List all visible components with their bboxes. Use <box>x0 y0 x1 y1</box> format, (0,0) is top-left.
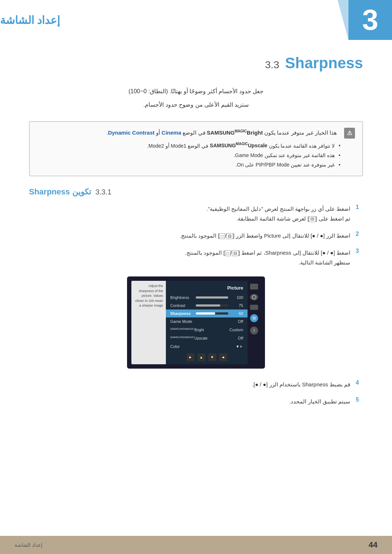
step-number-5: 5 <box>356 397 363 403</box>
control-up[interactable]: ▲ <box>197 353 205 361</box>
steps-block: 1 اضغط على أي زر بواجهة المنتج لعرض "دلي… <box>29 204 363 267</box>
magicbright-value: Custom <box>229 328 243 332</box>
magicupscale-label: SAMSUNGMAGICUpscale <box>170 336 230 340</box>
step-text-4: قم بضبط Sharpness باستخدام الزر [● / ●]. <box>29 379 350 389</box>
step-number-2: 2 <box>356 231 363 237</box>
section-title: 3.3 Sharpness <box>29 54 363 72</box>
brightness-bar <box>196 296 228 299</box>
menu-row-gamemode: Game Mode Off <box>166 317 248 325</box>
sidebar-icon-gear: ⚙ <box>250 314 258 322</box>
sidebar-icon-2 <box>250 294 258 300</box>
step-number-4: 4 <box>356 379 363 386</box>
menu-row-magicupscale: SAMSUNGMAGICUpscale Off <box>166 334 248 342</box>
menu-row-magicbright: SAMSUNGMAGICBright Custom <box>166 325 248 334</box>
sharpness-label: Sharpness <box>170 311 196 316</box>
menu-row-color: Color ▼ ► <box>166 342 248 350</box>
step-text-3: اضغط [● / ●] للانتقال إلى Sharpness، ثم … <box>29 248 350 267</box>
sub-section-title: 3.3.1 تكوين Sharpness <box>29 187 363 197</box>
sharpness-bar-fill <box>196 312 215 315</box>
screen-outer: ⚙ i Picture Brightness 100 <box>127 276 265 369</box>
contrast-label: Contrast <box>170 303 196 308</box>
chapter-block: 3 <box>348 0 392 40</box>
screen-info: Adjust the sharpness of the picture. Val… <box>131 281 166 364</box>
note-main-item: ⚠ هذا الخيار غير متوفر عندما يكون SAMSUN… <box>37 128 355 139</box>
step-1: 1 اضغط على أي زر بواجهة المنتج لعرض "دلي… <box>29 204 363 223</box>
sub-section-number: 3.3.1 <box>95 188 111 196</box>
screen-menu: Picture Brightness 100 Contrast <box>166 281 248 364</box>
screen-sidebar: ⚙ i <box>248 281 261 364</box>
step-4: 4 قم بضبط Sharpness باستخدام الزر [● / ●… <box>29 379 363 389</box>
chapter-title: إعداد الشاشة <box>0 14 60 26</box>
contrast-bar <box>196 304 228 307</box>
page-header: إعداد الشاشة 3 <box>0 0 392 40</box>
step-5: 5 سيتم تطبيق الخيار المحدد. <box>29 397 363 406</box>
control-down[interactable]: ▼ <box>208 353 216 361</box>
step-number-3: 3 <box>356 248 363 254</box>
screen-inner: ⚙ i Picture Brightness 100 <box>131 281 261 364</box>
step-2: 2 اضغط الزر [● / ●] للانتقال إلى Picture… <box>29 231 363 241</box>
contrast-bar-fill <box>196 304 220 307</box>
menu-header: Picture <box>166 284 248 294</box>
desc-line2: ستزيد القيم الأعلى من وضوح حدود الأجسام. <box>29 100 363 110</box>
main-content: 3.3 Sharpness جعل حدود الأجسام أكثر وضوح… <box>0 40 392 443</box>
color-arrow: ▼ <box>227 344 240 349</box>
chapter-number: 3 <box>362 5 379 34</box>
sub-section-name-ar: تكوين Sharpness <box>29 187 91 197</box>
step-text-1: اضغط على أي زر بواجهة المنتج لعرض "دليل … <box>29 204 350 223</box>
screen-controls: ◄ ▼ ▲ ► <box>166 353 248 361</box>
brightness-label: Brightness <box>170 295 196 300</box>
section-name: Sharpness <box>285 54 363 72</box>
footer-label: إعداد الشاشة <box>15 542 42 548</box>
step-3: 3 اضغط [● / ●] للانتقال إلى Sharpness، ث… <box>29 248 363 267</box>
page-footer: 44 إعداد الشاشة <box>0 536 392 554</box>
step-number-1: 1 <box>356 204 363 210</box>
magicupscale-value: Off <box>230 336 243 340</box>
screen-info-text: Adjust the sharpness of the picture. Val… <box>134 284 163 308</box>
step-text-2: اضغط الزر [● / ●] للانتقال إلى Picture و… <box>29 231 350 241</box>
sidebar-icon-3 <box>250 305 258 310</box>
sidebar-icon-1 <box>250 284 258 290</box>
note-sub-item-3: غير متوفرة عند تعيين PIP/PBP Mode على On… <box>37 160 340 170</box>
desc-line1: جعل حدود الأجسام أكثر وضوحًا أو بهتانًا.… <box>29 86 363 97</box>
note-main-text: هذا الخيار غير متوفر عندما يكون SAMSUNGM… <box>106 128 337 138</box>
gamemode-value: Off <box>230 319 243 324</box>
menu-row-brightness: Brightness 100 <box>166 294 248 301</box>
control-left[interactable]: ◄ <box>219 353 227 361</box>
note-sub-item-1: لا تتوافر هذه القائمة عندما يكون SAMSUNG… <box>37 141 340 151</box>
color-right-arrow: ► <box>240 344 243 348</box>
steps-block-2: 4 قم بضبط Sharpness باستخدام الزر [● / ●… <box>29 379 363 406</box>
brightness-bar-fill <box>196 296 228 299</box>
magicbright-label: SAMSUNGMAGICBright <box>170 327 229 332</box>
sharpness-value: 60 <box>230 311 243 316</box>
menu-row-sharpness: Sharpness 60 <box>166 309 248 317</box>
note-sub-item-2: هذه القائمة غير متوفرة عند تمكين Game Mo… <box>37 151 340 160</box>
color-label: Color <box>170 344 227 349</box>
brightness-value: 100 <box>230 295 243 300</box>
note-icon: ⚠ <box>344 128 355 139</box>
footer-page-number: 44 <box>369 540 377 550</box>
contrast-value: 75 <box>230 303 243 308</box>
note-sub-items: لا تتوافر هذه القائمة عندما يكون SAMSUNG… <box>37 141 355 170</box>
gamemode-label: Game Mode <box>170 319 230 324</box>
sharpness-bar <box>196 312 228 315</box>
note-block: ⚠ هذا الخيار غير متوفر عندما يكون SAMSUN… <box>29 121 363 176</box>
section-number: 3.3 <box>265 59 279 71</box>
sidebar-icon-info: i <box>250 327 258 335</box>
control-right[interactable]: ► <box>187 353 195 361</box>
description-block: جعل حدود الأجسام أكثر وضوحًا أو بهتانًا.… <box>29 86 363 110</box>
step-text-5: سيتم تطبيق الخيار المحدد. <box>29 397 350 406</box>
corner-decoration <box>338 0 348 40</box>
menu-row-contrast: Contrast 75 <box>166 301 248 309</box>
screen-mockup-container: ⚙ i Picture Brightness 100 <box>29 276 363 369</box>
